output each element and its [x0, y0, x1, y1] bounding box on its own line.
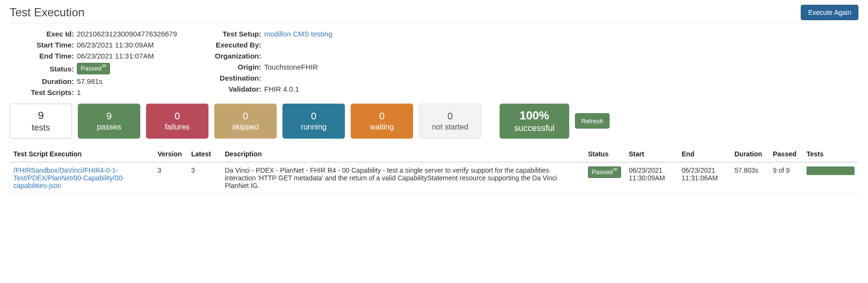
- test-setup-link[interactable]: modillon CMS testing: [264, 30, 332, 38]
- organization-label: Organization:: [202, 52, 264, 60]
- exec-id-value: 2021062312300904776326679: [77, 30, 177, 38]
- th-script: Test Script Execution: [10, 146, 154, 162]
- cell-start: 06/23/2021 11:30:09AM: [625, 162, 678, 194]
- counter-waiting[interactable]: 0 waiting: [351, 104, 413, 139]
- counter-running-value: 0: [282, 110, 345, 122]
- counter-success-value: 100%: [500, 108, 569, 123]
- refresh-button[interactable]: Refresh: [575, 113, 610, 129]
- th-version: Version: [154, 146, 187, 162]
- counter-not-started-value: 0: [419, 110, 481, 122]
- status-label: Status:: [10, 65, 77, 73]
- counter-failures[interactable]: 0 failures: [146, 104, 208, 139]
- start-time-value: 06/23/2021 11:30:09AM: [77, 41, 154, 49]
- counter-running[interactable]: 0 running: [282, 104, 345, 139]
- cell-latest: 3: [187, 162, 221, 194]
- destination-label: Destination:: [202, 74, 264, 82]
- counter-skipped[interactable]: 0 skipped: [214, 104, 277, 139]
- duration-label: Duration:: [10, 77, 77, 85]
- counter-tests[interactable]: 9 tests: [10, 104, 72, 139]
- execute-again-button[interactable]: Execute Again: [801, 5, 858, 20]
- executed-by-label: Executed By:: [202, 41, 264, 49]
- row-status-badge: PassedW: [588, 166, 621, 178]
- counter-tests-label: tests: [10, 122, 72, 133]
- th-status: Status: [584, 146, 625, 162]
- counter-success: 100% successful: [500, 104, 569, 139]
- th-end: End: [678, 146, 731, 162]
- counter-skipped-value: 0: [214, 110, 277, 122]
- page-title: Test Execution: [10, 6, 85, 19]
- test-scripts-value: 1: [77, 88, 81, 96]
- counter-failures-label: failures: [146, 122, 208, 132]
- counter-running-label: running: [282, 122, 345, 132]
- th-description: Description: [221, 146, 584, 162]
- cell-passed: 9 of 9: [769, 162, 803, 194]
- validator-label: Validator:: [202, 85, 264, 93]
- counter-passes[interactable]: 9 passes: [78, 104, 140, 139]
- th-passed: Passed: [769, 146, 803, 162]
- th-start: Start: [625, 146, 678, 162]
- th-duration: Duration: [731, 146, 769, 162]
- origin-label: Origin:: [202, 63, 264, 71]
- validator-value: FHIR 4.0.1: [264, 85, 299, 93]
- counter-failures-value: 0: [146, 110, 208, 122]
- end-time-value: 06/23/2021 11:31:07AM: [77, 52, 154, 60]
- counter-not-started-label: not started: [419, 122, 481, 132]
- status-badge: PassedW: [77, 63, 110, 74]
- counter-waiting-value: 0: [351, 110, 413, 122]
- test-setup-label: Test Setup:: [202, 30, 264, 38]
- test-scripts-label: Test Scripts:: [10, 88, 77, 96]
- counter-waiting-label: waiting: [351, 122, 413, 132]
- th-tests: Tests: [803, 146, 858, 162]
- cell-version: 3: [154, 162, 187, 194]
- end-time-label: End Time:: [10, 52, 77, 60]
- cell-description: Da Vinci - PDEX - PlanNet - FHIR R4 - 00…: [221, 162, 584, 194]
- counter-passes-label: passes: [78, 122, 140, 132]
- progress-bar: [807, 166, 855, 175]
- table-row: /FHIRSandbox/DaVinci/FHIR4-0-1-Test/PDEX…: [10, 162, 858, 194]
- cell-duration: 57.803s: [731, 162, 769, 194]
- duration-value: 57.981s: [77, 77, 102, 85]
- start-time-label: Start Time:: [10, 41, 77, 49]
- counter-not-started[interactable]: 0 not started: [419, 104, 481, 139]
- counter-tests-value: 9: [10, 109, 72, 122]
- results-table: Test Script Execution Version Latest Des…: [10, 146, 858, 194]
- th-latest: Latest: [187, 146, 221, 162]
- origin-value: TouchstoneFHIR: [264, 63, 318, 71]
- counter-skipped-label: skipped: [214, 122, 277, 132]
- script-link[interactable]: /FHIRSandbox/DaVinci/FHIR4-0-1-Test/PDEX…: [13, 166, 143, 189]
- exec-id-label: Exec Id:: [10, 30, 77, 38]
- counter-passes-value: 9: [78, 110, 140, 122]
- counter-success-label: successful: [500, 123, 569, 134]
- cell-end: 06/23/2021 11:31:06AM: [678, 162, 731, 194]
